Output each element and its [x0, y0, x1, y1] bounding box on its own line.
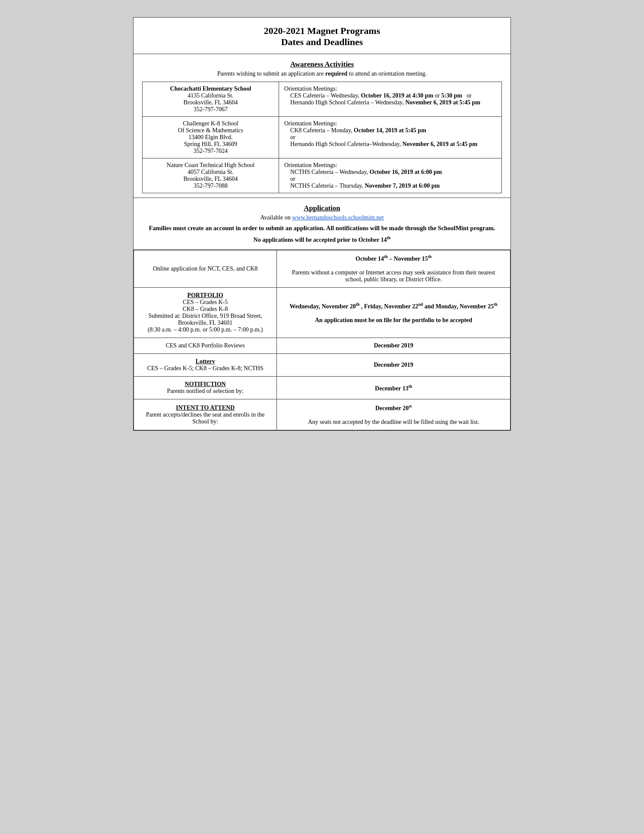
ces-school-name: Chocachatti Elementary School [170, 85, 251, 92]
app-note-pre: No applications will be accepted prior t… [253, 237, 387, 243]
portfolio-reviews-date: December 2019 [374, 342, 413, 349]
ncths-phone: 352-797-7088 [194, 183, 228, 189]
application-section: Application Available on www.hernandosch… [134, 198, 510, 250]
intent-date-sup: st [409, 404, 412, 408]
portfolio-line1: CES – Grades K-5 [183, 299, 228, 305]
notification-date: December 13th [375, 385, 412, 392]
awareness-table: Chocachatti Elementary School 4135 Calif… [142, 82, 502, 193]
dates-r1-mid: – November 15 [388, 256, 428, 262]
ncths-meetings-label: Orientation Meetings: [284, 162, 337, 168]
page-title-line1: 2020-2021 Magnet Programs Dates and Dead… [142, 25, 502, 48]
portfolio-date-bold1: Wednesday, November 20 [290, 303, 356, 310]
portfolio-line5: (8:30 a.m. – 4:00 p.m. or 5:00 p.m. – 7:… [148, 326, 263, 333]
table-row: Chocachatti Elementary School 4135 Calif… [143, 82, 502, 117]
title-line2: Dates and Deadlines [281, 37, 363, 47]
application-title: Application [142, 204, 502, 213]
ces-meetings: Orientation Meetings: CES Cafeteria – We… [279, 82, 502, 117]
dates-row5-right: December 13th [277, 377, 510, 399]
ces-phone: 352-797-7067 [194, 106, 228, 113]
ces-meetings-label: Orientation Meetings: [284, 85, 337, 92]
ces-m1-bold2: 5:30 pm [441, 92, 462, 99]
subtitle-pre: Parents wishing to submit an application… [217, 70, 325, 77]
ces-address: 4135 California St. [188, 92, 234, 99]
ncths-m1-pre: NCTHS Cafeteria – Wednesday, [290, 169, 370, 175]
ck8-phone: 352-797-7024 [194, 148, 228, 154]
ces-m2-bold: November 6, 2019 at 5:45 pm [405, 99, 480, 106]
ck8-m1-pre: CK8 Cafeteria – Monday, [290, 127, 354, 134]
table-row: INTENT TO ATTEND Parent accepts/declines… [134, 399, 510, 430]
app-website-link[interactable]: www.hernandoschools.schoolmint.net [292, 214, 384, 221]
table-row: PORTFOLIO CES – Grades K-5 CK8 – Grades … [134, 288, 510, 338]
table-row: Challenger K-8 School Of Science & Mathe… [143, 117, 502, 158]
dates-row1-left: Online application for NCT, CES, and CK8 [134, 250, 277, 288]
school-info-ces: Chocachatti Elementary School 4135 Calif… [143, 82, 279, 117]
school-info-ncths: Nature Coast Technical High School 4057 … [143, 158, 279, 193]
dates-r1-left-text: Online application for NCT, CES, and CK8 [153, 265, 258, 272]
table-row: NOTIFICTION Parents notified of selectio… [134, 377, 510, 399]
dates-row3-left: CES and CK8 Portfolio Reviews [134, 338, 277, 354]
ces-m1-mid: or [433, 92, 441, 99]
portfolio-sup3: th [494, 302, 498, 307]
portfolio-dates-bold: Wednesday, November 20th , Friday, Novem… [290, 303, 498, 310]
dates-row2-right: Wednesday, November 20th , Friday, Novem… [277, 288, 510, 338]
notification-date-pre: December 13 [375, 385, 408, 392]
ncths-m2-bold: November 7, 2019 at 6:00 pm [365, 183, 440, 189]
ck8-meetings-label: Orientation Meetings: [284, 120, 337, 127]
dates-row4-right: December 2019 [277, 354, 510, 377]
ces-m1-bold: October 16, 2019 at 4:30 pm [361, 92, 434, 99]
ck8-m2-pre: Hernando High School Cafeteria–Wednesday… [290, 141, 402, 147]
dates-row6-left: INTENT TO ATTEND Parent accepts/declines… [134, 399, 277, 430]
portfolio-line3: Submitted at: District Office, 919 Broad… [149, 313, 262, 319]
ncths-city: Brooksville, FL 34604 [183, 176, 238, 182]
application-bold-text: Families must create an account in order… [142, 225, 502, 232]
table-row: Lottery CES – Grades K-5; CK8 – Grades K… [134, 354, 510, 377]
intent-label: INTENT TO ATTEND [176, 405, 235, 411]
dates-row6-right: December 20st Any seats not accepted by … [277, 399, 510, 430]
dates-table: Online application for NCT, CES, and CK8… [134, 250, 510, 430]
application-note: No applications will be accepted prior t… [142, 235, 502, 244]
notification-date-sup: th [408, 384, 412, 389]
portfolio-line4: Brooksville, FL 34601 [178, 320, 233, 326]
lottery-date: December 2019 [374, 362, 413, 368]
intent-extra-note: Any seats not accepted by the deadline w… [308, 419, 479, 425]
portfolio-extra: An application must be on file for the p… [315, 317, 472, 323]
dates-row3-right: December 2019 [277, 338, 510, 354]
ncths-school-name: Nature Coast Technical High School [167, 162, 255, 168]
application-available: Available on www.hernandoschools.schoolm… [142, 214, 502, 221]
ck8-school-line2: Of Science & Mathematics [178, 127, 243, 134]
subtitle-bold: required [325, 70, 347, 77]
awareness-title: Awareness Activities [142, 60, 502, 69]
ck8-m2-bold: November 6, 2019 at 5:45 pm [402, 141, 477, 147]
table-row: Nature Coast Technical High School 4057 … [143, 158, 502, 193]
ncths-address: 4057 California St. [188, 169, 234, 175]
ncths-m1-bold: October 16, 2019 at 6:00 pm [370, 169, 442, 175]
lottery-label: Lottery [196, 358, 215, 365]
table-row: Online application for NCT, CES, and CK8… [134, 250, 510, 288]
portfolio-mid1: , Friday, November 22 [359, 303, 418, 310]
portfolio-mid2: and Monday, November 25 [423, 303, 494, 310]
page-container: 2020-2021 Magnet Programs Dates and Dead… [133, 17, 511, 431]
portfolio-line2: CK8 – Grades K-8 [182, 306, 228, 312]
notification-label: NOTIFICTION [185, 381, 226, 387]
table-row: CES and CK8 Portfolio Reviews December 2… [134, 338, 510, 354]
awareness-subtitle: Parents wishing to submit an application… [142, 70, 502, 77]
title-line1: 2020-2021 Magnet Programs [264, 25, 380, 36]
ck8-address: 13400 Elgin Blvd. [188, 134, 233, 140]
ck8-school-name: Challenger K-8 School [183, 120, 238, 127]
dates-r1-bold: October 14th – November 15th [355, 256, 431, 262]
portfolio-reviews-label: CES and CK8 Portfolio Reviews [166, 342, 245, 349]
app-available-pre: Available on [260, 214, 292, 221]
dates-r1-bold-text: October 14 [355, 256, 384, 262]
ck8-city: Spring Hill, FL 34609 [184, 141, 237, 147]
ces-city: Brooksville, FL 34604 [183, 99, 238, 106]
ck8-meetings: Orientation Meetings: CK8 Cafeteria – Mo… [279, 117, 502, 158]
intent-extra: Parent accepts/declines the seat and enr… [146, 411, 264, 425]
lottery-extra: CES – Grades K-5; CK8 – Grades K-8; NCTH… [147, 365, 264, 371]
ncths-meetings: Orientation Meetings: NCTHS Cafeteria – … [279, 158, 502, 193]
portfolio-sup2: nd [418, 302, 423, 307]
dates-r1-extra: Parents without a computer or Internet a… [292, 269, 495, 283]
intent-date-pre: December 20 [375, 405, 409, 411]
page-header: 2020-2021 Magnet Programs Dates and Dead… [134, 18, 510, 54]
app-note-sup: th [387, 235, 391, 240]
ncths-m2-pre: NCTHS Cafeteria – Thursday, [290, 183, 365, 189]
